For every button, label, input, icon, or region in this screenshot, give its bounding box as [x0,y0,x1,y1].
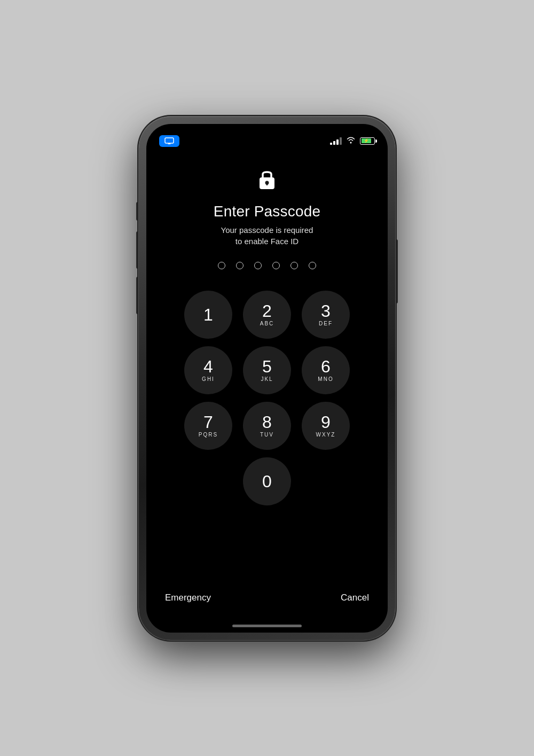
airplay-button[interactable] [159,135,179,147]
keypad-row-1: 1 2 ABC 3 DEF [184,291,350,339]
home-indicator [232,625,302,627]
screen-content: Enter Passcode Your passcode is required… [146,151,388,633]
passcode-title: Enter Passcode [214,203,320,220]
status-left [159,135,179,147]
key-2[interactable]: 2 ABC [243,291,291,339]
keypad-row-3: 7 PQRS 8 TUV 9 WXYZ [184,402,350,450]
key-0[interactable]: 0 [243,457,291,505]
wifi-icon [346,136,356,146]
key-4[interactable]: 4 GHI [184,346,232,394]
airplay-icon [164,137,174,145]
key-3[interactable]: 3 DEF [302,291,350,339]
passcode-dot-2 [236,262,244,269]
key-7[interactable]: 7 PQRS [184,402,232,450]
key-5[interactable]: 5 JKL [243,346,291,394]
key-8[interactable]: 8 TUV [243,402,291,450]
battery-icon: ⚡ [360,137,375,145]
keypad: 1 2 ABC 3 DEF 4 GHI [146,291,388,505]
bottom-actions: Emergency Cancel [146,587,388,609]
svg-rect-0 [165,138,174,143]
lock-icon [256,167,278,191]
svg-rect-3 [266,183,268,185]
passcode-dot-1 [218,262,225,269]
signal-icon [330,137,342,145]
key-1[interactable]: 1 [184,291,232,339]
passcode-dot-6 [309,262,316,269]
phone-screen: ⚡ Enter Passcode Your p [146,124,388,633]
lock-icon-container [256,167,278,193]
passcode-dot-5 [290,262,298,269]
keypad-row-4: 0 [243,457,291,505]
key-9[interactable]: 9 WXYZ [302,402,350,450]
passcode-dot-4 [272,262,280,269]
notch [224,124,310,141]
passcode-dot-3 [254,262,262,269]
status-right: ⚡ [330,136,375,146]
phone-frame: ⚡ Enter Passcode Your p [139,116,395,640]
keypad-row-2: 4 GHI 5 JKL 6 MNO [184,346,350,394]
passcode-subtitle: Your passcode is requiredto enable Face … [221,224,313,247]
emergency-button[interactable]: Emergency [162,587,214,609]
cancel-button[interactable]: Cancel [338,587,372,609]
passcode-dots [218,262,316,269]
power-button[interactable] [395,239,398,303]
key-6[interactable]: 6 MNO [302,346,350,394]
charging-bolt: ⚡ [364,139,369,143]
